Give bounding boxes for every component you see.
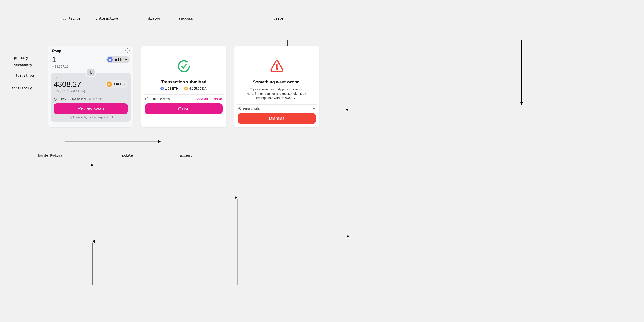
- annot-accent: accent: [180, 154, 192, 158]
- chevron-down-icon: [122, 82, 126, 86]
- to-amount[interactable]: 4308.27: [54, 80, 81, 88]
- annot-interactive-left: interactive: [12, 74, 34, 78]
- error-details-toggle[interactable]: Error details: [238, 107, 316, 110]
- annot-error: error: [274, 16, 284, 20]
- info-icon: [238, 107, 241, 110]
- success-dialog: Transaction submitted ◆ 1.23 ETH → ⊜ 4,1…: [141, 46, 226, 128]
- to-token-selector[interactable]: DAI: [106, 80, 128, 88]
- to-module: For 4308.27 DAI ~ $4,301.93 (-0.117%): [51, 73, 130, 122]
- error-body-1: Try increasing your slippage tolerance.: [247, 87, 307, 92]
- annot-fontfamily: fontFamily: [12, 86, 32, 90]
- arrow-right-icon: →: [180, 87, 183, 90]
- chevron-down-icon: [124, 58, 128, 61]
- from-token-symbol: ETH: [114, 57, 122, 62]
- divider: [237, 104, 317, 105]
- to-usd: ~ $4,301.93 (-0.117%): [54, 90, 128, 93]
- svg-point-21: [276, 69, 277, 70]
- annot-primary: primary: [14, 56, 28, 60]
- svg-point-18: [55, 98, 56, 99]
- info-icon: [54, 98, 57, 101]
- review-swap-button[interactable]: Review swap: [54, 103, 128, 114]
- annot-module: module: [121, 154, 133, 158]
- divider: [54, 96, 128, 96]
- annot-success: success: [179, 16, 193, 20]
- swap-container: Swap 1 ETH: [48, 46, 133, 128]
- annot-borderradius: borderRadius: [38, 154, 62, 158]
- alert-triangle-icon: [270, 59, 284, 73]
- from-amount[interactable]: 1: [52, 56, 56, 64]
- error-body-2: Note: fee on transfer and rebase tokens …: [247, 92, 307, 96]
- from-token-selector[interactable]: ETH: [106, 56, 130, 63]
- clock-icon: [145, 97, 149, 100]
- error-details-label: Error details: [243, 107, 260, 110]
- annot-container: container: [62, 16, 81, 20]
- eth-icon: [107, 57, 113, 62]
- swap-arrows-icon: [89, 71, 93, 75]
- powered-by: 🦄Powered by the Uniswap protocol: [54, 116, 128, 119]
- swap-direction-button[interactable]: [86, 68, 96, 77]
- swap-title: Swap: [52, 49, 61, 53]
- dismiss-button[interactable]: Dismiss: [238, 113, 316, 124]
- eth-icon: ◆: [160, 87, 164, 90]
- rate-row: 1 ETH = 4301.55 DAI ($4,325.23): [54, 98, 128, 101]
- svg-point-10: [127, 50, 128, 51]
- error-body-3: incompatible with Uniswap V3.: [247, 96, 307, 100]
- error-title: Something went wrong.: [253, 80, 301, 84]
- success-to-amt: 4,125.02 DAI: [189, 87, 208, 90]
- to-token-symbol: DAI: [114, 82, 121, 86]
- error-dialog: Something went wrong. Try increasing you…: [234, 46, 319, 128]
- uniswap-logo-icon: 🦄: [69, 116, 72, 119]
- from-module: 1 ETH ~ $4,307.23: [51, 56, 130, 70]
- annot-dialog: dialog: [148, 16, 160, 20]
- chevron-down-icon: [312, 107, 316, 110]
- annot-secondary: secondary: [14, 63, 32, 67]
- dai-icon: [107, 82, 112, 87]
- check-circle-icon: [177, 59, 191, 73]
- divider: [144, 94, 224, 94]
- rate-usd: ($4,325.23): [88, 98, 102, 101]
- success-from-amt: 1.23 ETH: [165, 87, 178, 90]
- annot-interactive-top: interactive: [96, 16, 118, 20]
- duration-text: 2 min 35 secs: [150, 97, 170, 100]
- etherscan-link[interactable]: View on Etherscan: [197, 97, 223, 100]
- dai-icon: ⊜: [184, 87, 188, 90]
- from-usd: ~ $4,307.23: [52, 64, 130, 68]
- svg-point-13: [109, 84, 110, 85]
- success-title: Transaction submitted: [161, 80, 206, 84]
- close-button[interactable]: Close: [145, 103, 223, 114]
- rate-text: 1 ETH = 4301.55 DAI: [58, 98, 86, 101]
- gear-icon[interactable]: [125, 48, 130, 54]
- svg-point-24: [240, 108, 240, 108]
